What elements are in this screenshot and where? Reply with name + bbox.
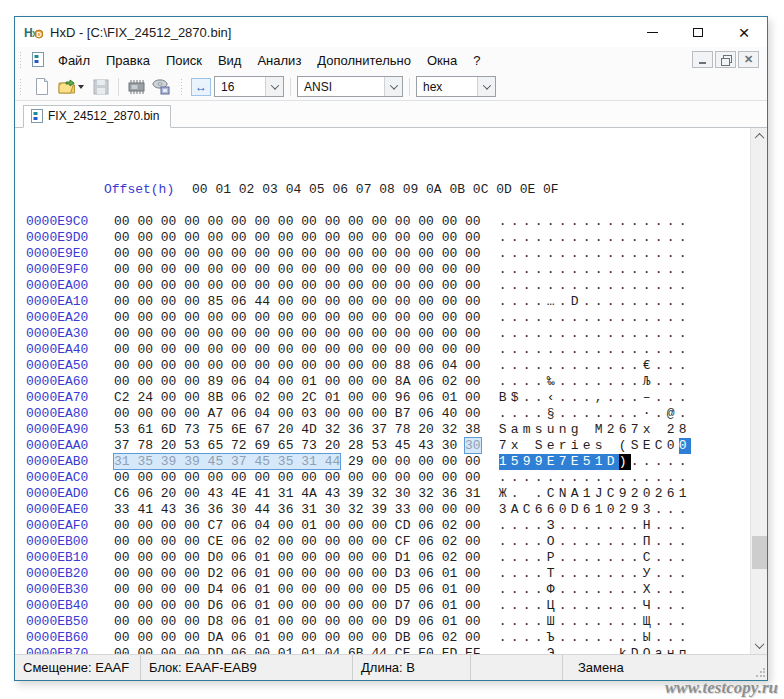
bytes-per-row-select[interactable]: 16 [214, 76, 284, 97]
row-hex-bytes[interactable]: 00 00 00 00 00 00 00 00 00 00 00 00 00 0… [114, 342, 481, 357]
row-hex-bytes[interactable]: 00 00 00 00 D2 06 01 00 00 00 00 00 D3 0… [114, 566, 481, 581]
mdi-restore-button[interactable] [715, 51, 736, 68]
row-ascii[interactable]: ....Р.......С... [499, 550, 691, 566]
row-hex-bytes[interactable]: 00 00 00 00 CE 06 02 00 00 00 00 00 CF 0… [114, 534, 481, 549]
hex-row[interactable]: 0000EAF000 00 00 00 C7 06 04 00 01 00 00… [26, 518, 691, 534]
hex-row[interactable]: 0000EB6000 00 00 00 DA 06 01 00 00 00 00… [26, 630, 691, 646]
close-button[interactable]: × [721, 17, 767, 47]
row-hex-bytes[interactable]: 31 35 39 39 45 37 45 35 31 44 29 00 00 0… [114, 454, 481, 469]
row-hex-bytes[interactable]: C2 24 00 00 8B 06 02 00 2C 01 00 00 96 0… [114, 390, 481, 405]
offset-base-dropdown-button[interactable] [477, 77, 495, 96]
hex-row[interactable]: 0000E9F000 00 00 00 00 00 00 00 00 00 00… [26, 262, 691, 278]
row-ascii[interactable]: Ж. .CNA1JC920261 [499, 486, 691, 502]
disk-image-button[interactable] [150, 76, 172, 98]
row-ascii[interactable]: ................ [499, 230, 691, 246]
row-hex-bytes[interactable]: 00 00 00 00 85 06 44 00 00 00 00 00 00 0… [114, 294, 481, 309]
row-hex-bytes[interactable]: 00 00 00 00 00 00 00 00 00 00 00 00 00 0… [114, 246, 481, 261]
row-hex-bytes[interactable]: C6 06 20 00 43 4E 41 31 4A 43 39 32 30 3… [114, 486, 481, 501]
hex-row[interactable]: 0000EA8000 00 00 00 A7 06 04 00 03 00 00… [26, 406, 691, 422]
status-mode[interactable]: Замена [563, 655, 767, 680]
menu-item[interactable]: Анализ [249, 49, 309, 72]
row-ascii[interactable]: ....Э.....kDОанп [499, 646, 691, 654]
hex-editor[interactable]: Offset(h)00 01 02 03 04 05 06 07 08 09 0… [15, 128, 767, 654]
mdi-minimize-button[interactable] [692, 51, 713, 68]
bytes-per-row-dropdown-button[interactable] [265, 77, 283, 96]
row-ascii[interactable]: ............€... [499, 358, 691, 374]
row-hex-bytes[interactable]: 00 00 00 00 00 00 00 00 00 00 00 00 00 0… [114, 326, 481, 341]
row-ascii[interactable]: ................ [499, 214, 691, 230]
row-hex-bytes[interactable]: 53 61 6D 73 75 6E 67 20 4D 32 36 37 78 2… [114, 422, 481, 437]
hex-row[interactable]: 0000EB7000 00 00 00 DD 06 00 01 01 04 6B… [26, 646, 691, 654]
row-ascii[interactable]: ................ [499, 310, 691, 326]
row-ascii[interactable]: ................ [499, 278, 691, 294]
menu-item[interactable]: Файл [50, 49, 98, 72]
hex-row[interactable]: 0000EA2000 00 00 00 00 00 00 00 00 00 00… [26, 310, 691, 326]
menu-item[interactable]: Дополнительно [309, 49, 419, 72]
encoding-dropdown-button[interactable] [384, 77, 402, 96]
hex-selection[interactable]: 30 [465, 438, 481, 453]
row-hex-bytes[interactable]: 00 00 00 00 DD 06 00 01 01 04 6B 44 CE E… [114, 646, 481, 654]
menu-item[interactable]: Вид [210, 49, 250, 72]
new-file-button[interactable] [30, 76, 52, 98]
hex-row[interactable]: 0000EB0000 00 00 00 CE 06 02 00 00 00 00… [26, 534, 691, 550]
menu-item[interactable]: Правка [98, 49, 158, 72]
hex-row[interactable]: 0000EA3000 00 00 00 00 00 00 00 00 00 00… [26, 326, 691, 342]
scroll-up-button[interactable] [751, 128, 767, 145]
row-ascii[interactable]: ....О.......П... [499, 534, 691, 550]
menu-item[interactable]: Окна [419, 49, 465, 72]
row-ascii[interactable]: ................ [499, 342, 691, 358]
row-hex-bytes[interactable]: 00 00 00 00 00 00 00 00 00 00 00 00 00 0… [114, 278, 481, 293]
row-hex-bytes[interactable]: 33 41 43 36 36 30 44 36 31 30 32 39 33 0… [114, 502, 481, 517]
row-ascii[interactable]: ....Ъ.......Ы... [499, 630, 691, 646]
row-ascii[interactable]: ................ [499, 262, 691, 278]
minimize-button[interactable] [629, 17, 675, 47]
encoding-select[interactable]: ANSI [297, 76, 403, 97]
row-hex-bytes[interactable]: 00 00 00 00 00 00 00 00 00 00 00 00 00 0… [114, 262, 481, 277]
row-ascii[interactable]: 3AC660D610293... [499, 502, 691, 518]
hex-row[interactable]: 0000EB1000 00 00 00 D0 06 01 00 00 00 00… [26, 550, 691, 566]
scroll-down-button[interactable] [751, 637, 767, 654]
menu-item[interactable]: ? [465, 49, 488, 72]
row-hex-bytes[interactable]: 00 00 00 00 00 00 00 00 00 00 00 00 00 0… [114, 214, 481, 229]
row-ascii[interactable]: ....§.......·.@. [499, 406, 691, 422]
hex-row[interactable]: 0000EAD0C6 06 20 00 43 4E 41 31 4A 43 39… [26, 486, 691, 502]
hex-row[interactable]: 0000EA9053 61 6D 73 75 6E 67 20 4D 32 36… [26, 422, 691, 438]
hex-row[interactable]: 0000EB2000 00 00 00 D2 06 01 00 00 00 00… [26, 566, 691, 582]
row-hex-bytes[interactable]: 00 00 00 00 D0 06 01 00 00 00 00 00 D1 0… [114, 550, 481, 565]
hex-row[interactable]: 0000EAE033 41 43 36 36 30 44 36 31 30 32… [26, 502, 691, 518]
row-ascii[interactable]: ....‰.......Љ... [499, 374, 691, 390]
hex-row[interactable]: 0000EAB031 35 39 39 45 37 45 35 31 44 29… [26, 454, 691, 470]
row-ascii[interactable]: 1599E7E51D)..... [499, 454, 691, 470]
row-ascii[interactable]: ................ [499, 470, 691, 486]
hex-row[interactable]: 0000EAA037 78 20 53 65 72 69 65 73 20 28… [26, 438, 691, 454]
hex-row[interactable]: 0000EB3000 00 00 00 D4 06 01 00 00 00 00… [26, 582, 691, 598]
hex-row[interactable]: 0000EA6000 00 00 00 89 06 04 00 01 00 00… [26, 374, 691, 390]
scrollbar-thumb[interactable] [752, 536, 767, 569]
maximize-button[interactable] [675, 17, 721, 47]
row-hex-bytes[interactable]: 00 00 00 00 D8 06 01 00 00 00 00 00 D9 0… [114, 614, 481, 629]
row-hex-bytes[interactable]: 00 00 00 00 DA 06 01 00 00 00 00 00 DB 0… [114, 630, 481, 645]
row-hex-bytes[interactable]: 00 00 00 00 00 00 00 00 00 00 00 00 00 0… [114, 230, 481, 245]
hex-row[interactable]: 0000EA1000 00 00 00 85 06 44 00 00 00 00… [26, 294, 691, 310]
hex-row[interactable]: 0000E9C000 00 00 00 00 00 00 00 00 00 00… [26, 214, 691, 230]
row-ascii[interactable]: Samsung M267x 28 [499, 422, 691, 438]
hex-row[interactable]: 0000E9D000 00 00 00 00 00 00 00 00 00 00… [26, 230, 691, 246]
row-hex-bytes[interactable]: 37 78 20 53 65 72 69 65 73 20 28 53 45 4… [114, 438, 481, 453]
vertical-scrollbar[interactable] [750, 128, 767, 654]
hex-row[interactable]: 0000EAC000 00 00 00 00 00 00 00 00 00 00… [26, 470, 691, 486]
hex-row[interactable]: 0000EA70C2 24 00 00 8B 06 02 00 2C 01 00… [26, 390, 691, 406]
open-file-button[interactable] [55, 76, 87, 98]
row-ascii[interactable]: В$..‹...,...–... [499, 390, 691, 406]
row-ascii[interactable]: ....Ц.......Ч... [499, 598, 691, 614]
menu-item[interactable]: Поиск [158, 49, 210, 72]
hex-row[interactable]: 0000EA5000 00 00 00 00 00 00 00 00 00 00… [26, 358, 691, 374]
row-ascii[interactable]: ................ [499, 326, 691, 342]
resize-grip-icon[interactable] [755, 668, 765, 678]
hex-row[interactable]: 0000EB5000 00 00 00 D8 06 01 00 00 00 00… [26, 614, 691, 630]
row-ascii[interactable]: ................ [499, 246, 691, 262]
hex-row[interactable]: 0000E9E000 00 00 00 00 00 00 00 00 00 00… [26, 246, 691, 262]
row-ascii[interactable]: 7x Series (SEC00 [499, 438, 691, 454]
offset-base-select[interactable]: hex [416, 76, 496, 97]
row-hex-bytes[interactable]: 00 00 00 00 D4 06 01 00 00 00 00 00 D5 0… [114, 582, 481, 597]
row-hex-bytes[interactable]: 00 00 00 00 D6 06 01 00 00 00 00 00 D7 0… [114, 598, 481, 613]
